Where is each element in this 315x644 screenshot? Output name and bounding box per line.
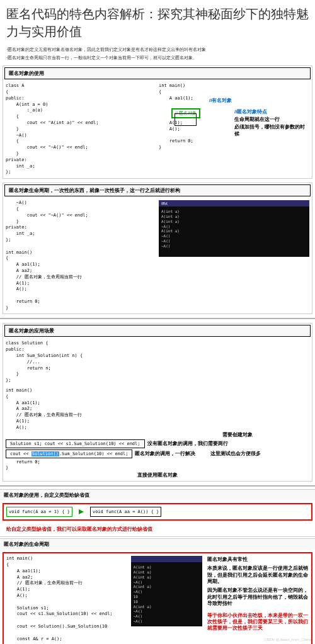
annot-chopsticks: 等于你和小伙伴出去吃饭，本来是带的一双一次性筷子，但是，我们需要某三天，所以我们… [207, 613, 309, 632]
section-lifetime: 匿名对象生命周期，一次性的东西，就像一次性筷子，这一行之后就进行析构 ~A() … [3, 183, 312, 314]
annot-convenient: 这里测试也会方便很多 [210, 450, 261, 457]
annot-one-line: 匿名对象的调用，一行解决 [135, 450, 195, 457]
code-return: return 0; } [6, 460, 309, 472]
terminal-output: A(int a) A(int a) A(int a) ~A() A(int a)… [159, 206, 309, 257]
annot-extend: 本质来说，匿名对象应该是一行使用之后就销毁，但是我们引用之后会延长匿名对象的生命… [207, 565, 309, 585]
section-header: 匿名对象的应用场景 [4, 325, 311, 337]
section-usage: 匿名对象的使用 class A { public: A(int a = 0) :… [3, 65, 312, 179]
annot-two-lines: 没有匿名对象的调用，我们需要两行 [147, 440, 228, 447]
code-lifetime: ~A() { cout << "~A()" << endl; } private… [6, 200, 156, 311]
annot-const: 匿名对象具有常性 [207, 556, 309, 563]
annot-lifetime: 生命周期就在这一行 [234, 116, 280, 123]
terminal-header: 调试 [159, 200, 309, 206]
arrow-icon [79, 509, 84, 514]
code-class-a: class A { public: A(int a = 0) :_a(a) { … [6, 83, 156, 176]
section-header-default: 匿名对象的使用，自定义类型给缺省值 [0, 489, 315, 500]
section-header: 匿名对象生命周期，一次性的东西，就像一次性筷子，这一行之后就进行析构 [4, 184, 311, 196]
annot-need-create: 需要创建对象 [6, 431, 309, 438]
highlight-solution: Solution() [32, 451, 59, 456]
section-header-lifetime2: 匿名对象的生命周期 [0, 538, 315, 550]
code-lifetime-2: int main() { A aa1(1); A aa2; // 匿名对象，生命… [6, 556, 129, 644]
annot-parens: 必须加括号，哪怕没有参数的时候 [234, 123, 309, 137]
code-one-line: cout << Solution().Sum_Solution(10) << e… [6, 449, 132, 458]
annot-named-obj: //有名对象 [209, 97, 232, 104]
annot-direct-use: 直接使用匿名对象 [6, 472, 309, 478]
divider [0, 318, 315, 319]
divider [0, 536, 315, 537]
highlight-anon-calls [175, 113, 197, 126]
annot-feature: //匿名对象特点 [234, 108, 267, 115]
code-func-right: void func(A aa = A()) { } [90, 507, 161, 517]
annot-space: 因为匿名对象不管怎么说还是有一块空间的，此时引用之后等于用指针指向他了，销毁就会… [207, 587, 309, 607]
annot-default-red: 给自定义类型缺省值，我们可以采取匿名对象的方式进行给缺省值 [0, 523, 315, 535]
code-func-left: void func(A aa = 1) { } [6, 507, 72, 517]
code-two-lines: Solution s1; cout << s1.Sum_Solution(10)… [6, 439, 145, 448]
intro-line-2: ·匿名对象生命周期只在当前一行，一般临时定义一个对象当前用一下即可，就可以定义匿… [0, 54, 315, 62]
terminal-title: 调试 [161, 201, 168, 205]
page-title: 匿名代码的特色内容解析：探究其神秘面纱下的独特魅力与实用价值 [0, 0, 315, 45]
terminal-header [131, 556, 202, 562]
section-application: 匿名对象的应用场景 class Solution { public: int S… [3, 323, 312, 482]
section-default-value: void func(A aa = 1) { } void func(A aa =… [3, 503, 312, 521]
section-lifetime-detail: int main() { A aa1(1); A aa2; // 匿名对象，生命… [3, 552, 312, 644]
section-header: 匿名对象的使用 [4, 67, 311, 79]
watermark: CSDN @Jason_from_China [264, 638, 311, 641]
intro-line-1: ·匿名对象的定义无需有对象名做名对象，因此之前我们定义对象是有名才称这样定义出来… [0, 45, 315, 54]
code-solution-class: class Solution { public: int Sum_Solutio… [6, 341, 309, 384]
code-main-3: int main() { A aa1(1); A aa2; // 匿名对象，生命… [6, 388, 309, 431]
terminal-output-2: A(int a) A(int a) A(int a) ~A() A(int a)… [131, 562, 202, 626]
divider [0, 485, 315, 487]
